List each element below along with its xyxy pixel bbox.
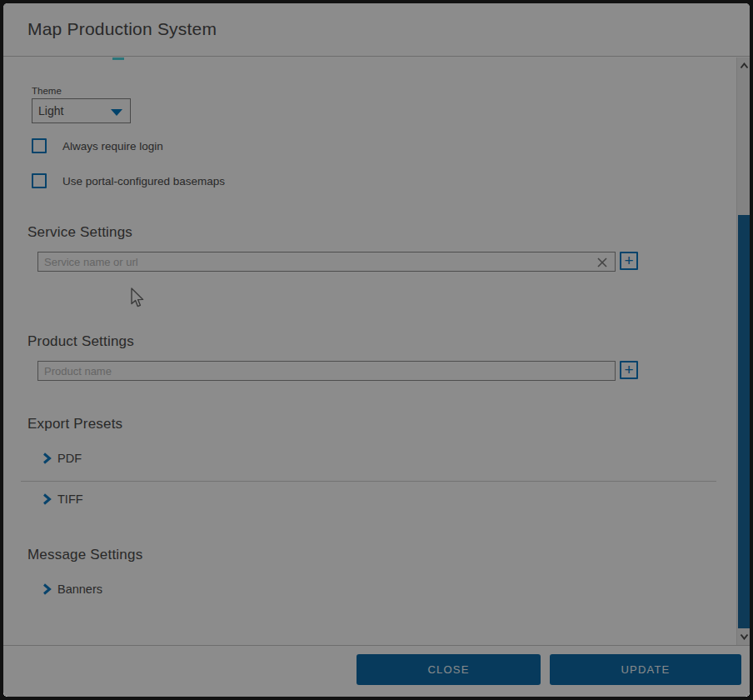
- always-require-login-label: Always require login: [62, 140, 163, 152]
- theme-label: Theme: [32, 86, 62, 96]
- always-require-login-row: Always require login: [32, 138, 163, 153]
- service-name-input[interactable]: [37, 252, 616, 272]
- export-preset-pdf-row[interactable]: PDF: [42, 452, 82, 465]
- scrolled-content-fragment: [112, 58, 124, 60]
- map-production-system-dialog: Map Production System Theme Light Always…: [3, 3, 750, 697]
- window-frame: Map Production System Theme Light Always…: [0, 0, 753, 700]
- scroll-down-icon[interactable]: [737, 630, 750, 643]
- add-icon: +: [624, 252, 633, 269]
- update-button[interactable]: UPDATE: [550, 654, 741, 685]
- row-divider: [21, 481, 716, 482]
- portal-basemaps-label: Use portal-configured basemaps: [62, 175, 225, 188]
- chevron-right-icon: [42, 452, 52, 464]
- chevron-right-icon: [42, 493, 52, 505]
- add-product-button[interactable]: +: [620, 361, 638, 379]
- product-name-input[interactable]: [37, 361, 616, 381]
- theme-select-value: Light: [38, 104, 63, 118]
- vertical-scrollbar[interactable]: [736, 58, 750, 645]
- scroll-up-icon[interactable]: [737, 59, 750, 72]
- settings-content: Theme Light Always require login Use por…: [3, 58, 750, 645]
- add-service-button[interactable]: +: [620, 252, 638, 270]
- export-preset-tiff-label: TIFF: [57, 492, 83, 506]
- chevron-right-icon: [42, 583, 52, 595]
- close-button[interactable]: CLOSE: [357, 654, 541, 685]
- export-preset-pdf-label: PDF: [57, 452, 82, 465]
- scrollbar-thumb[interactable]: [738, 215, 750, 628]
- service-settings-heading: Service Settings: [27, 224, 132, 241]
- dialog-header: Map Production System: [3, 3, 750, 57]
- always-require-login-checkbox[interactable]: [32, 138, 47, 153]
- export-presets-heading: Export Presets: [27, 416, 122, 432]
- dialog-footer: CLOSE UPDATE: [3, 645, 750, 697]
- banners-row[interactable]: Banners: [42, 582, 102, 596]
- message-settings-heading: Message Settings: [27, 547, 142, 563]
- theme-select[interactable]: Light: [32, 98, 131, 123]
- product-settings-heading: Product Settings: [27, 333, 134, 350]
- portal-basemaps-row: Use portal-configured basemaps: [32, 173, 225, 188]
- chevron-down-icon: [111, 109, 122, 116]
- clear-icon[interactable]: [596, 256, 609, 269]
- export-preset-tiff-row[interactable]: TIFF: [42, 492, 83, 506]
- add-icon: +: [624, 361, 633, 378]
- dialog-title: Map Production System: [27, 19, 217, 39]
- banners-label: Banners: [57, 582, 102, 596]
- portal-basemaps-checkbox[interactable]: [32, 173, 47, 188]
- mouse-cursor: [130, 288, 145, 309]
